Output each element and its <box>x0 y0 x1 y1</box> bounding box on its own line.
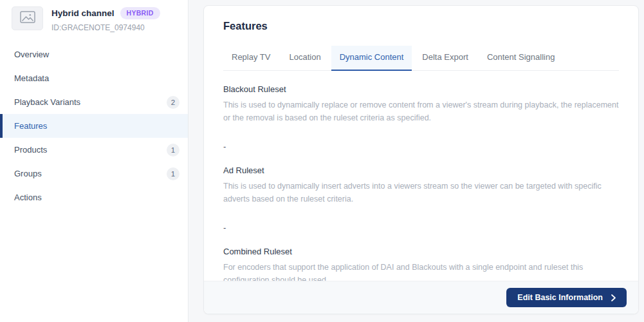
features-tab-bar: Replay TV Location Dynamic Content Delta… <box>223 46 619 71</box>
channel-title: Hybrid channel <box>51 8 115 18</box>
section-value: - <box>223 142 619 151</box>
sidebar-item-playback-variants[interactable]: Playback Variants 2 <box>0 90 188 114</box>
sidebar-item-label: Products <box>14 145 47 155</box>
sidebar: Hybrid channel HYBRID ID:GRACENOTE_09749… <box>0 0 189 322</box>
count-badge: 1 <box>167 144 179 156</box>
sidebar-item-actions[interactable]: Actions <box>0 185 188 209</box>
section-description: This is used to dynamically insert adver… <box>223 180 619 205</box>
section-description: This is used to dynamically replace or r… <box>223 99 619 124</box>
channel-header: Hybrid channel HYBRID ID:GRACENOTE_09749… <box>0 0 188 32</box>
tab-panel-dynamic-content: Blackout Ruleset This is used to dynamic… <box>223 71 619 314</box>
sidebar-nav: Overview Metadata Playback Variants 2 Fe… <box>0 43 188 209</box>
sidebar-item-label: Overview <box>14 50 49 59</box>
tab-dynamic-content[interactable]: Dynamic Content <box>331 46 412 71</box>
image-placeholder-icon <box>20 11 35 26</box>
tab-location[interactable]: Location <box>281 46 329 71</box>
channel-type-badge: HYBRID <box>120 7 160 19</box>
section-value: - <box>223 223 619 232</box>
section-blackout-ruleset: Blackout Ruleset This is used to dynamic… <box>223 84 619 151</box>
section-ad-ruleset: Ad Ruleset This is used to dynamically i… <box>223 166 619 232</box>
sidebar-item-groups[interactable]: Groups 1 <box>0 162 188 185</box>
sidebar-item-overview[interactable]: Overview <box>0 43 188 66</box>
edit-basic-information-label: Edit Basic Information <box>517 293 603 302</box>
count-badge: 1 <box>167 167 179 180</box>
section-heading: Combined Ruleset <box>223 247 619 256</box>
sidebar-item-label: Playback Variants <box>14 97 80 107</box>
tab-replay-tv[interactable]: Replay TV <box>223 46 279 71</box>
card-footer: Edit Basic Information <box>204 281 638 314</box>
sidebar-item-metadata[interactable]: Metadata <box>0 66 188 90</box>
sidebar-item-products[interactable]: Products 1 <box>0 138 188 162</box>
channel-id: ID:GRACENOTE_0974940 <box>51 23 160 32</box>
sidebar-item-label: Actions <box>14 193 42 202</box>
page: Hybrid channel HYBRID ID:GRACENOTE_09749… <box>0 0 644 322</box>
tab-content-signalling[interactable]: Content Signalling <box>479 46 564 71</box>
count-badge: 2 <box>167 96 179 109</box>
sidebar-item-features[interactable]: Features <box>0 114 188 138</box>
sidebar-item-label: Groups <box>14 169 42 178</box>
channel-thumbnail <box>12 6 43 30</box>
page-title: Features <box>223 20 619 32</box>
features-card: Features Replay TV Location Dynamic Cont… <box>203 5 639 314</box>
sidebar-item-label: Metadata <box>14 73 49 83</box>
channel-info: Hybrid channel HYBRID ID:GRACENOTE_09749… <box>51 6 160 32</box>
section-heading: Ad Ruleset <box>223 166 619 175</box>
sidebar-item-label: Features <box>14 121 47 131</box>
chevron-right-icon <box>611 294 616 301</box>
edit-basic-information-button[interactable]: Edit Basic Information <box>506 288 627 307</box>
tab-delta-export[interactable]: Delta Export <box>414 46 477 71</box>
section-heading: Blackout Ruleset <box>223 84 619 94</box>
